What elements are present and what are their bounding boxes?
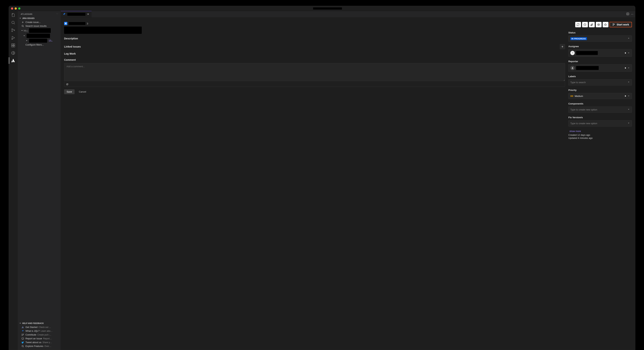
reporter-field[interactable] [568,64,632,72]
svg-point-22 [572,67,573,68]
components-label: Component/s [568,102,632,105]
tree-filter-row[interactable]: 13… [18,38,61,43]
fixversion-field[interactable]: Type to create new option [568,120,632,126]
comment-input[interactable] [64,63,565,81]
components-placeholder: Type to create new option [570,108,597,111]
svg-rect-5 [12,44,13,45]
create-issue-item[interactable]: Create issue... [18,20,61,24]
assignee-redacted [576,51,598,55]
linked-issues-heading: Linked Issues [64,45,81,48]
remote-icon[interactable] [9,51,18,55]
clear-indicator [625,52,626,54]
sidebar-header: ATLASSIAN ⋯ [18,11,61,16]
description-heading: Description [64,37,565,40]
svg-point-19 [598,24,599,25]
assignee-field[interactable]: ? [568,49,632,57]
source-control-icon[interactable] [9,28,18,32]
tree-site-row[interactable]: My j [18,28,61,33]
priority-label: Priority [568,89,632,91]
components-field[interactable]: Type to create new option [568,106,632,113]
chevron-down-icon [628,37,630,40]
create-issue-label: Create issue... [26,21,40,24]
window-title-redacted [313,8,342,10]
reporter-redacted [576,66,599,70]
window-titlebar [9,6,635,11]
help-contribute[interactable]: ContributeCreate pull r… [18,333,61,337]
labels-field[interactable]: Type to search [568,79,632,86]
issue-key-redacted [69,22,86,25]
refresh-button[interactable] [575,22,581,27]
start-work-button[interactable]: Start work [610,22,632,27]
search-results-label: Search issue results [26,25,46,27]
show-more-link[interactable]: show more [570,130,632,132]
comment-heading: Comment [64,58,565,61]
sidebar-more-icon[interactable]: ⋯ [56,13,58,15]
tree-myj-label: My j [24,29,28,32]
help-section[interactable]: HELP AND FEEDBACK [18,321,61,325]
section-label: JIRA ISSUES [22,17,34,19]
svg-point-2 [12,31,12,32]
minimize-window-button[interactable] [14,8,17,10]
labels-placeholder: Type to search [570,81,586,84]
sidebar: ATLASSIAN ⋯ JIRA ISSUES Create issue... … [18,11,61,350]
created-meta: Created 12 days ago [568,134,632,136]
issue-count: 13… [48,39,52,42]
help-section-label: HELP AND FEEDBACK [22,322,44,324]
window-controls [11,8,20,10]
close-window-button[interactable] [11,8,13,10]
atlassian-activity-icon[interactable] [9,58,18,63]
start-work-label: Start work [617,23,629,26]
svg-rect-14 [22,338,24,339]
vscode-window: ATLASSIAN ⋯ JIRA ISSUES Create issue... … [9,6,635,350]
priority-value: Medium [575,95,583,97]
issue-title-redacted [64,27,142,34]
tab-bar: ⋯ [61,11,635,18]
jira-tab-icon [63,13,66,16]
mention-button[interactable]: @ [64,82,565,87]
issue-key-suffix: 3 [87,22,88,25]
explorer-icon[interactable] [9,13,18,17]
extensions-icon[interactable] [9,43,18,48]
issue-details: Start work Status IN PROGRESS Assignee ? [568,18,635,350]
updated-meta: Updated 4 minutes ago [568,137,632,139]
run-debug-icon[interactable] [9,36,18,40]
jira-issues-section[interactable]: JIRA ISSUES [18,16,61,20]
fixversion-placeholder: Type to create new option [570,122,597,125]
split-editor-icon[interactable] [626,13,629,16]
worklog-button[interactable] [582,22,588,27]
tree-project-row[interactable] [18,33,61,38]
search-results-item[interactable]: Search issue results [18,24,61,28]
status-label: Status [568,31,632,34]
search-icon[interactable] [9,21,18,25]
reporter-label: Reporter [568,60,632,63]
reporter-avatar-icon [570,66,575,70]
save-button[interactable]: Save [64,89,74,94]
configure-filters[interactable]: Configure filters... [18,43,61,47]
status-field[interactable]: IN PROGRESS [568,36,632,42]
help-get-started[interactable]: Get StartedCheck out … [18,325,61,329]
add-linked-issue-button[interactable] [560,44,565,49]
attach-button[interactable] [589,22,595,27]
help-tweet[interactable]: Tweet about usShare y… [18,340,61,344]
fixversion-label: Fix Version/s [568,116,632,119]
help-report-issue[interactable]: Report an IssueReport… [18,337,61,340]
issue-type-icon [64,22,67,25]
help-jql[interactable]: What is JQL?Learn abo… [18,329,61,333]
maximize-window-button[interactable] [18,8,20,10]
status-value: IN PROGRESS [570,37,587,40]
cancel-button[interactable]: Cancel [76,89,89,94]
favorite-button[interactable] [603,22,608,27]
editor-area: ⋯ 3 [61,11,635,350]
unassigned-avatar-icon: ? [570,51,575,55]
priority-field[interactable]: Medium [568,93,632,99]
redacted-site [29,28,51,33]
issue-main: 3 Description Linked Issues Log [61,18,568,350]
svg-point-11 [22,334,22,334]
watch-button[interactable] [596,22,602,27]
help-explore[interactable]: Explore FeaturesOver… [18,344,61,348]
clear-indicator [625,67,626,69]
issue-tab[interactable] [61,11,92,17]
editor-more-icon[interactable]: ⋯ [631,13,633,16]
svg-point-4 [12,39,12,39]
tab-close-icon[interactable] [87,13,89,16]
